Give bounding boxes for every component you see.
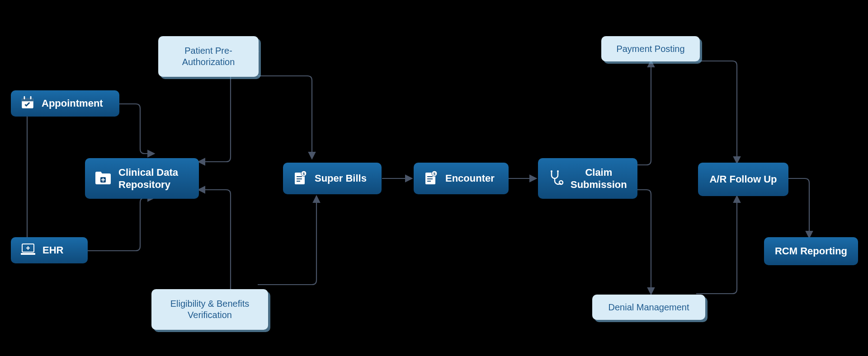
calendar-icon <box>20 95 35 112</box>
node-claim: ClaimSubmission <box>538 158 637 199</box>
node-label: Super Bills <box>315 172 367 185</box>
node-label: Appointment <box>42 97 103 110</box>
svg-rect-12 <box>297 178 302 179</box>
svg-text:$: $ <box>434 172 436 176</box>
node-label: Patient Pre-Authorization <box>182 45 235 68</box>
node-label: A/R Follow Up <box>709 173 777 186</box>
node-preauth: Patient Pre-Authorization <box>158 36 259 77</box>
svg-point-20 <box>559 181 563 184</box>
svg-text:$: $ <box>303 172 305 176</box>
node-label: Denial Management <box>609 302 689 313</box>
svg-point-21 <box>551 170 552 172</box>
node-label: EHR <box>42 244 63 257</box>
node-encounter: $ Encounter <box>414 163 509 194</box>
svg-rect-11 <box>297 176 302 177</box>
svg-rect-13 <box>297 181 300 182</box>
svg-point-22 <box>557 170 559 172</box>
svg-rect-18 <box>427 178 433 179</box>
node-ehr: EHR <box>11 237 88 263</box>
node-eligibility: Eligibility & BenefitsVerification <box>151 289 268 330</box>
node-label: Clinical DataRepository <box>118 166 178 191</box>
node-payment: Payment Posting <box>601 36 700 61</box>
node-label: RCM Reporting <box>775 245 847 258</box>
node-appointment: Appointment <box>11 90 119 117</box>
node-superbills: $ Super Bills <box>283 163 382 194</box>
node-rcm: RCM Reporting <box>764 237 858 265</box>
node-label: Encounter <box>445 172 495 185</box>
svg-rect-17 <box>427 176 433 177</box>
stethoscope-icon <box>547 169 564 188</box>
svg-rect-4 <box>30 96 32 99</box>
folder-icon <box>94 169 112 187</box>
node-label: ClaimSubmission <box>571 166 627 191</box>
bill-icon: $ <box>292 170 308 187</box>
bill-icon: $ <box>423 170 439 187</box>
node-cdr: Clinical DataRepository <box>85 158 199 199</box>
node-label: Payment Posting <box>616 43 684 55</box>
laptop-icon <box>20 243 36 258</box>
node-label: Eligibility & BenefitsVerification <box>170 298 250 321</box>
svg-rect-6 <box>21 253 35 255</box>
svg-rect-2 <box>22 98 33 101</box>
svg-rect-3 <box>24 96 25 99</box>
svg-rect-19 <box>427 181 431 182</box>
node-arfollow: A/R Follow Up <box>698 163 788 196</box>
node-denial: Denial Management <box>592 295 705 320</box>
